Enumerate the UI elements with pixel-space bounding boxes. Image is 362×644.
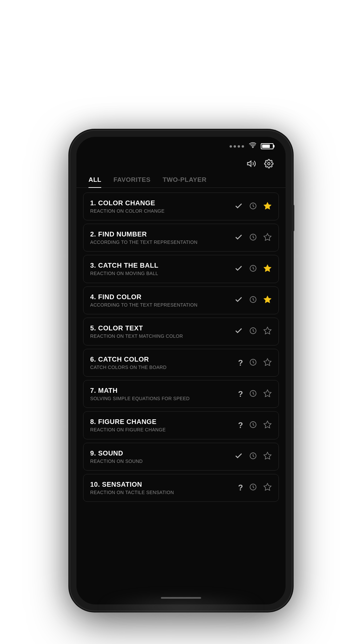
exercise-name-5: 5. COLOR TEXT — [90, 324, 234, 332]
exercise-info-9: 9. SOUND REACTION ON SOUND — [90, 449, 234, 464]
exercise-desc-6: CATCH COLORS ON THE BOARD — [90, 364, 238, 370]
signal-dots — [230, 145, 244, 148]
phone-shell: ALL FAVORITES TWO-PLAYER 1. COLOR CHANGE… — [70, 131, 292, 610]
exercise-info-8: 8. FIGURE CHANGE REACTION ON FIGURE CHAN… — [90, 418, 238, 433]
exercise-desc-5: REACTION ON TEXT MATCHING COLOR — [90, 333, 234, 339]
exercise-name-6: 6. CATCH COLOR — [90, 355, 238, 363]
history-icon-3[interactable] — [249, 264, 257, 274]
exercise-item-3[interactable]: 3. CATCH THE BALL REACTION ON MOVING BAL… — [83, 255, 279, 283]
history-icon-7[interactable] — [249, 389, 257, 399]
dot1 — [230, 145, 232, 148]
exercise-info-7: 7. MATH SOLVING SIMPLE EQUATIONS FOR SPE… — [90, 386, 238, 401]
status-icon-9[interactable] — [234, 451, 243, 462]
exercise-item-2[interactable]: 2. FIND NUMBER ACCORDING TO THE TEXT REP… — [83, 224, 279, 252]
status-icon-6[interactable]: ? — [238, 358, 243, 368]
status-bar — [76, 137, 286, 152]
phone-glow — [97, 597, 265, 617]
favorite-icon-1[interactable] — [263, 202, 272, 212]
app-header — [76, 152, 286, 174]
history-icon-10[interactable] — [249, 483, 257, 492]
exercise-list: 1. COLOR CHANGE REACTION ON COLOR CHANGE… — [76, 190, 286, 591]
status-icon-2[interactable] — [234, 233, 243, 243]
svg-point-1 — [268, 163, 270, 165]
sound-icon[interactable] — [247, 159, 256, 171]
exercise-desc-2: ACCORDING TO THE TEXT REPRESENTATION — [90, 239, 234, 245]
exercise-name-3: 3. CATCH THE BALL — [90, 261, 234, 269]
exercise-item-5[interactable]: 5. COLOR TEXT REACTION ON TEXT MATCHING … — [83, 318, 279, 345]
history-icon-4[interactable] — [249, 296, 257, 305]
phone-screen: ALL FAVORITES TWO-PLAYER 1. COLOR CHANGE… — [76, 137, 286, 604]
status-icon-7[interactable]: ? — [238, 389, 243, 399]
phone-mockup: ALL FAVORITES TWO-PLAYER 1. COLOR CHANGE… — [70, 131, 292, 610]
exercise-item-10[interactable]: 10. SENSATION REACTION ON TACTILE SENSAT… — [83, 474, 279, 502]
history-icon-6[interactable] — [249, 358, 257, 368]
settings-icon[interactable] — [264, 159, 274, 171]
exercise-info-3: 3. CATCH THE BALL REACTION ON MOVING BAL… — [90, 261, 234, 276]
exercise-desc-4: ACCORDING TO THE TEXT REPRESENTATION — [90, 302, 234, 308]
exercise-desc-8: REACTION ON FIGURE CHANGE — [90, 427, 238, 433]
favorite-icon-9[interactable] — [263, 451, 272, 462]
exercise-name-4: 4. FIND COLOR — [90, 293, 234, 301]
status-icon-10[interactable]: ? — [238, 483, 243, 492]
exercise-actions-7: ? — [238, 389, 272, 399]
status-icon-1[interactable] — [234, 202, 243, 212]
exercise-item-1[interactable]: 1. COLOR CHANGE REACTION ON COLOR CHANGE — [83, 193, 279, 220]
battery-icon — [261, 143, 274, 149]
exercise-actions-3 — [234, 264, 272, 274]
exercise-item-4[interactable]: 4. FIND COLOR ACCORDING TO THE TEXT REPR… — [83, 286, 279, 314]
exercise-name-7: 7. MATH — [90, 386, 238, 394]
battery-fill — [262, 145, 270, 148]
tab-all[interactable]: ALL — [88, 176, 101, 187]
exercise-name-10: 10. SENSATION — [90, 480, 238, 488]
exercise-desc-3: REACTION ON MOVING BALL — [90, 270, 234, 276]
exercise-actions-6: ? — [238, 358, 272, 368]
exercise-name-1: 1. COLOR CHANGE — [90, 199, 234, 207]
status-icon-4[interactable] — [234, 295, 243, 305]
tab-favorites[interactable]: FAVORITES — [113, 176, 150, 187]
favorite-icon-6[interactable] — [263, 358, 272, 368]
favorite-icon-3[interactable] — [263, 264, 272, 274]
exercise-info-4: 4. FIND COLOR ACCORDING TO THE TEXT REPR… — [90, 293, 234, 308]
favorite-icon-7[interactable] — [263, 389, 272, 399]
favorite-icon-5[interactable] — [263, 326, 272, 336]
exercise-actions-10: ? — [238, 483, 272, 493]
exercise-name-9: 9. SOUND — [90, 449, 234, 457]
wifi-icon — [249, 142, 256, 151]
exercise-info-10: 10. SENSATION REACTION ON TACTILE SENSAT… — [90, 480, 238, 495]
exercise-desc-10: REACTION ON TACTILE SENSATION — [90, 489, 238, 495]
favorite-icon-2[interactable] — [263, 233, 272, 243]
status-icon-3[interactable] — [234, 264, 243, 274]
exercise-name-8: 8. FIGURE CHANGE — [90, 418, 238, 426]
exercise-desc-7: SOLVING SIMPLE EQUATIONS FOR SPEED — [90, 395, 238, 401]
exercise-actions-8: ? — [238, 420, 272, 430]
exercise-item-7[interactable]: 7. MATH SOLVING SIMPLE EQUATIONS FOR SPE… — [83, 380, 279, 408]
favorite-icon-4[interactable] — [263, 295, 272, 305]
exercise-item-8[interactable]: 8. FIGURE CHANGE REACTION ON FIGURE CHAN… — [83, 411, 279, 439]
history-icon-2[interactable] — [249, 233, 257, 243]
exercise-item-6[interactable]: 6. CATCH COLOR CATCH COLORS ON THE BOARD… — [83, 349, 279, 377]
tab-two-player[interactable]: TWO-PLAYER — [163, 176, 206, 187]
exercise-info-2: 2. FIND NUMBER ACCORDING TO THE TEXT REP… — [90, 230, 234, 245]
exercise-info-1: 1. COLOR CHANGE REACTION ON COLOR CHANGE — [90, 199, 234, 214]
exercise-desc-9: REACTION ON SOUND — [90, 458, 234, 464]
dot2 — [234, 145, 236, 148]
header-icons — [247, 159, 274, 171]
exercise-actions-5 — [234, 326, 272, 336]
history-icon-9[interactable] — [249, 452, 257, 461]
exercise-actions-4 — [234, 295, 272, 305]
exercise-info-6: 6. CATCH COLOR CATCH COLORS ON THE BOARD — [90, 355, 238, 370]
exercise-info-5: 5. COLOR TEXT REACTION ON TEXT MATCHING … — [90, 324, 234, 339]
favorite-icon-10[interactable] — [263, 483, 272, 493]
history-icon-8[interactable] — [249, 421, 257, 430]
status-icon-8[interactable]: ? — [238, 421, 243, 430]
svg-point-0 — [252, 147, 253, 148]
exercise-item-9[interactable]: 9. SOUND REACTION ON SOUND — [83, 443, 279, 471]
exercise-desc-1: REACTION ON COLOR CHANGE — [90, 208, 234, 214]
status-icon-5[interactable] — [234, 326, 243, 336]
dot3 — [238, 145, 240, 148]
favorite-icon-8[interactable] — [263, 420, 272, 430]
history-icon-1[interactable] — [249, 202, 257, 211]
exercise-actions-2 — [234, 233, 272, 243]
exercise-name-2: 2. FIND NUMBER — [90, 230, 234, 238]
history-icon-5[interactable] — [249, 327, 257, 336]
